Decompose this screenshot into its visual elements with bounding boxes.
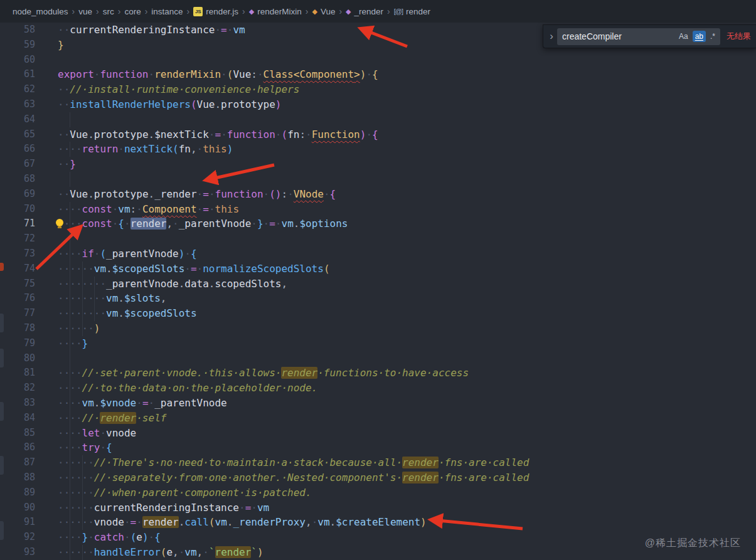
code-line-93[interactable]: 93······handleError(e,·vm,·`render`) [0, 545, 756, 560]
code-line-76[interactable]: 76········vm.$slots, [0, 291, 756, 306]
lightbulb-icon[interactable] [56, 219, 63, 229]
line-number: 86 [0, 440, 35, 455]
window-edge-mark [0, 314, 4, 332]
code-lines: 58··currentRenderingInstance·=·vm59}6061… [0, 23, 756, 560]
code-line-91[interactable]: 91······vnode·=·render.call(vm._renderPr… [0, 515, 756, 530]
breadcrumb-separator: › [187, 6, 190, 16]
breadcrumb-item-_render[interactable]: ◆_render [346, 7, 383, 16]
line-number: 64 [0, 112, 35, 127]
find-input[interactable]: createCompiler Aa ab .* [557, 28, 720, 45]
breadcrumb-label: renderMixin [257, 7, 302, 16]
breadcrumb-separator: › [339, 6, 342, 16]
breadcrumb-label: src [103, 7, 114, 16]
line-number: 87 [0, 455, 35, 470]
code-line-85[interactable]: 85····let·vnode [0, 426, 756, 441]
breadcrumb-item-render.js[interactable]: JSrender.js [193, 7, 238, 16]
code-line-86[interactable]: 86····try·{ [0, 440, 756, 455]
code-line-81[interactable]: 81····//·set·parent·vnode.·this·allows·r… [0, 366, 756, 381]
code-line-68[interactable]: 68 [0, 172, 756, 187]
breadcrumb-separator: › [387, 6, 390, 16]
symbol-class-icon: ◆ [312, 8, 317, 15]
code-line-80[interactable]: 80 [0, 351, 756, 366]
code-line-61[interactable]: 61export·function·renderMixin·(Vue:·Clas… [0, 67, 756, 82]
line-number: 78 [0, 321, 35, 336]
code-line-77[interactable]: 77········vm.$scopedSlots [0, 306, 756, 321]
code-line-75[interactable]: 75········_parentVnode.data.scopedSlots, [0, 277, 756, 292]
breadcrumb-item-src[interactable]: src [103, 7, 114, 16]
match-case-icon[interactable]: Aa [676, 31, 691, 42]
code-line-73[interactable]: 73····if·(_parentVnode)·{ [0, 246, 756, 262]
line-number: 74 [0, 262, 35, 277]
code-line-78[interactable]: 78······) [0, 321, 756, 336]
code-line-72[interactable]: 72 [0, 231, 756, 246]
code-line-87[interactable]: 87······//·There's·no·need·to·maintain·a… [0, 455, 756, 470]
breadcrumb-item-Vue[interactable]: ◆Vue [312, 7, 335, 16]
breadcrumb-label: instance [151, 7, 183, 16]
line-number: 76 [0, 291, 35, 306]
line-number: 93 [0, 545, 35, 560]
line-number: 83 [0, 396, 35, 411]
window-edge-mark [0, 456, 4, 475]
code-line-71[interactable]: 71····const·{·render,·_parentVnode·}·=·v… [0, 216, 756, 231]
watermark: @稀土掘金技术社区 [645, 537, 741, 550]
code-line-67[interactable]: 67··} [0, 157, 756, 172]
code-line-88[interactable]: 88······//·separately·from·one·another.·… [0, 470, 756, 485]
code-editor[interactable]: 58··currentRenderingInstance·=·vm59}6061… [0, 23, 756, 560]
whole-word-icon[interactable]: ab [693, 31, 706, 42]
code-line-83[interactable]: 83····vm.$vnode·=·_parentVnode [0, 396, 756, 411]
line-number: 73 [0, 246, 35, 262]
breadcrumb-label: vue [78, 7, 92, 16]
line-number: 62 [0, 82, 35, 97]
find-query-text[interactable]: createCompiler [562, 31, 674, 41]
find-widget[interactable]: › createCompiler Aa ab .* 无结果 [543, 24, 756, 48]
symbol-field-icon: [@] [394, 8, 403, 15]
line-number: 60 [0, 53, 35, 68]
breadcrumb-label: core [124, 7, 141, 16]
code-line-62[interactable]: 62··//·install·runtime·convenience·helpe… [0, 82, 756, 97]
code-line-70[interactable]: 70····const·vm:·Component·=·this [0, 202, 756, 217]
breadcrumb-item-render[interactable]: [@]render [394, 7, 430, 16]
breadcrumb-items: node_modules›vue›src›core›instance›JSren… [13, 6, 430, 16]
code-line-89[interactable]: 89······//·when·parent·component·is·patc… [0, 485, 756, 500]
line-number: 65 [0, 127, 35, 142]
symbol-method-icon: ◆ [346, 8, 351, 15]
line-number: 79 [0, 336, 35, 351]
breadcrumb-item-vue[interactable]: vue [78, 7, 92, 16]
code-line-60[interactable]: 60 [0, 53, 756, 68]
line-number: 69 [0, 187, 35, 202]
code-line-64[interactable]: 64 [0, 112, 756, 127]
code-line-92[interactable]: 92····}·catch·(e)·{ [0, 530, 756, 545]
code-line-65[interactable]: 65··Vue.prototype.$nextTick·=·function·(… [0, 127, 756, 142]
breadcrumb-label: node_modules [13, 7, 68, 16]
line-number: 66 [0, 142, 35, 157]
code-line-63[interactable]: 63··installRenderHelpers(Vue.prototype) [0, 97, 756, 112]
line-number: 63 [0, 97, 35, 112]
code-line-74[interactable]: 74······vm.$scopedSlots·=·normalizeScope… [0, 262, 756, 277]
code-line-66[interactable]: 66····return·nextTick(fn,·this) [0, 142, 756, 157]
line-number: 82 [0, 381, 35, 396]
breadcrumb-item-node_modules[interactable]: node_modules [13, 7, 68, 16]
code-line-79[interactable]: 79····} [0, 336, 756, 351]
breadcrumb-separator: › [306, 6, 309, 16]
js-file-icon: JS [193, 7, 203, 16]
breadcrumb-item-instance[interactable]: instance [151, 7, 183, 16]
line-number: 84 [0, 411, 35, 426]
line-number: 75 [0, 277, 35, 292]
symbol-method-icon: ◆ [249, 8, 254, 15]
breadcrumb-item-core[interactable]: core [124, 7, 141, 16]
toggle-replace-icon[interactable]: › [546, 30, 557, 43]
line-number: 88 [0, 470, 35, 485]
code-line-82[interactable]: 82····//·to·the·data·on·the·placeholder·… [0, 381, 756, 396]
breadcrumb-item-renderMixin[interactable]: ◆renderMixin [249, 7, 302, 16]
line-number: 85 [0, 426, 35, 441]
line-number: 72 [0, 231, 35, 246]
code-line-90[interactable]: 90······currentRenderingInstance·=·vm [0, 500, 756, 515]
code-line-69[interactable]: 69··Vue.prototype._render·=·function·():… [0, 187, 756, 202]
code-line-84[interactable]: 84····//·render·self [0, 411, 756, 426]
regex-icon[interactable]: .* [708, 31, 718, 42]
vscode-window: node_modules›vue›src›core›instance›JSren… [0, 0, 756, 560]
line-number: 90 [0, 500, 35, 515]
breadcrumb: node_modules›vue›src›core›instance›JSren… [0, 0, 756, 23]
line-number: 92 [0, 530, 35, 545]
line-number: 68 [0, 172, 35, 187]
